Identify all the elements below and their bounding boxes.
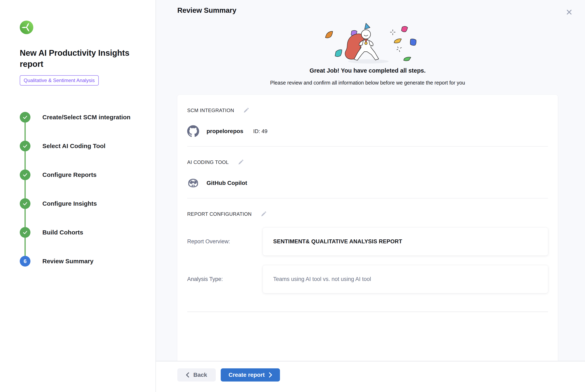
analysis-type-label: Analysis Type: xyxy=(187,276,263,282)
review-summary-card: SCM INTEGRATION propelorepos ID: 49 xyxy=(177,95,558,361)
close-icon xyxy=(565,8,573,16)
ai-coding-tool-value-row: GitHub Copilot xyxy=(187,177,548,189)
wizard-footer: Back Create report xyxy=(156,361,585,392)
chevron-left-icon xyxy=(186,372,189,378)
scm-integration-label: SCM INTEGRATION xyxy=(187,108,234,113)
step-label: Select AI Coding Tool xyxy=(42,142,106,150)
panel-header: Review Summary xyxy=(156,0,585,18)
page-title: Review Summary xyxy=(177,6,236,14)
wizard-sidebar: New AI Productivity Insights report Qual… xyxy=(0,0,156,392)
step-done-circle xyxy=(20,141,30,151)
chevron-right-icon xyxy=(269,372,272,378)
ai-coding-tool-section: AI CODING TOOL xyxy=(187,146,548,198)
edit-report-configuration-button[interactable] xyxy=(260,210,267,218)
step-label: Configure Reports xyxy=(42,171,96,178)
completion-subheading: Please review and confirm all informatio… xyxy=(177,80,558,86)
github-copilot-icon xyxy=(187,177,199,189)
close-button[interactable] xyxy=(564,7,574,18)
report-overview-value: SENTIMENT& QUALITATIVE ANALYSIS REPORT xyxy=(263,228,548,256)
superhero-confetti-illustration xyxy=(316,19,419,67)
step-review-summary[interactable]: 6 Review Summary xyxy=(20,247,147,276)
check-icon xyxy=(22,143,28,149)
report-title: New AI Productivity Insights report xyxy=(20,47,135,70)
edit-scm-integration-button[interactable] xyxy=(242,107,250,114)
report-overview-row: Report Overview: SENTIMENT& QUALITATIVE … xyxy=(187,228,548,256)
step-done-circle xyxy=(20,112,30,122)
step-select-ai-coding-tool[interactable]: Select AI Coding Tool xyxy=(20,132,147,160)
analysis-type-value: Teams using AI tool vs. not using AI too… xyxy=(263,265,548,293)
step-done-circle xyxy=(20,198,30,209)
ai-coding-tool-label: AI CODING TOOL xyxy=(187,160,229,165)
check-icon xyxy=(22,172,28,178)
completion-hero: Great Job! You have completed all steps.… xyxy=(177,19,558,86)
completion-heading: Great Job! You have completed all steps. xyxy=(177,67,558,74)
report-configuration-section: REPORT CONFIGURATION Report Overview: SE… xyxy=(187,198,548,321)
scm-integration-section: SCM INTEGRATION propelorepos ID: 49 xyxy=(187,95,548,146)
section-divider xyxy=(187,312,548,312)
step-current-circle: 6 xyxy=(20,256,30,266)
step-label: Review Summary xyxy=(42,258,94,265)
report-configuration-label: REPORT CONFIGURATION xyxy=(187,211,252,217)
check-icon xyxy=(22,201,28,206)
scm-integration-value-row: propelorepos ID: 49 xyxy=(187,125,548,137)
check-icon xyxy=(22,230,28,235)
pencil-icon xyxy=(237,159,244,166)
step-create-select-scm-integration[interactable]: Create/Select SCM integration xyxy=(20,103,147,132)
create-report-button[interactable]: Create report xyxy=(221,368,280,382)
create-report-button-label: Create report xyxy=(228,372,265,378)
report-type-badge: Qualitative & Sentiment Analysis xyxy=(20,75,99,86)
github-icon xyxy=(187,125,199,137)
step-done-circle xyxy=(20,170,30,180)
step-label: Build Cohorts xyxy=(42,229,83,236)
report-wizard-window: New AI Productivity Insights report Qual… xyxy=(0,0,585,392)
step-build-cohorts[interactable]: Build Cohorts xyxy=(20,218,147,247)
scm-integration-id: ID: 49 xyxy=(253,128,268,134)
panel-body: Great Job! You have completed all steps.… xyxy=(156,18,585,361)
scm-integration-name: propelorepos xyxy=(206,128,243,134)
review-summary-panel: Review Summary xyxy=(156,0,585,392)
pencil-icon xyxy=(260,211,267,218)
step-label: Configure Insights xyxy=(42,200,97,207)
step-configure-reports[interactable]: Configure Reports xyxy=(20,160,147,189)
propelo-logo-icon xyxy=(20,20,33,34)
wizard-stepper: Create/Select SCM integration Select AI … xyxy=(20,103,147,276)
pencil-icon xyxy=(243,107,249,114)
report-overview-label: Report Overview: xyxy=(187,238,263,245)
step-done-circle xyxy=(20,227,30,238)
step-label: Create/Select SCM integration xyxy=(42,114,130,121)
back-button-label: Back xyxy=(193,372,207,378)
check-icon xyxy=(22,114,28,120)
step-configure-insights[interactable]: Configure Insights xyxy=(20,189,147,218)
edit-ai-coding-tool-button[interactable] xyxy=(237,158,244,166)
ai-coding-tool-name: GitHub Copilot xyxy=(206,180,247,186)
back-button[interactable]: Back xyxy=(177,368,216,382)
analysis-type-row: Analysis Type: Teams using AI tool vs. n… xyxy=(187,265,548,293)
